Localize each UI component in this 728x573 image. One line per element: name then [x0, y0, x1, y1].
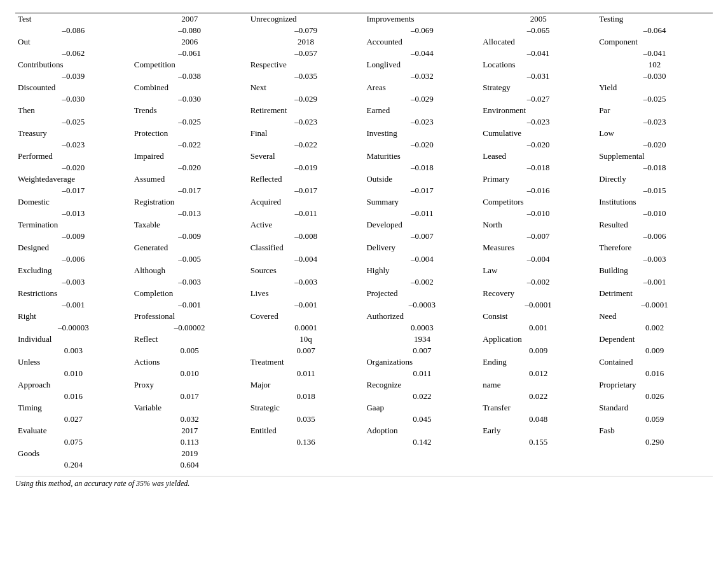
table-cell: –0.079	[248, 25, 364, 36]
table-cell: Then	[15, 105, 132, 116]
table-cell: Test	[15, 13, 132, 25]
table-cell: –0.006	[15, 253, 132, 265]
table-cell: –0.018	[364, 162, 480, 173]
table-cell: 0.290	[596, 436, 713, 448]
table-row: –0.025–0.025–0.023–0.023–0.023–0.023	[15, 116, 713, 128]
table-cell: –0.027	[480, 93, 596, 105]
table-row: TerminationTaxableActiveDevelopedNorthRe…	[15, 219, 713, 231]
table-cell: 0.136	[248, 436, 364, 448]
table-row: –0.023–0.022–0.022–0.020–0.020–0.020	[15, 139, 713, 151]
table-cell: –0.025	[596, 93, 713, 105]
table-cell: –0.029	[364, 93, 480, 105]
table-cell: Performed	[15, 151, 132, 162]
table-cell: –0.041	[480, 48, 596, 59]
table-cell: 0.022	[364, 391, 480, 402]
table-row: 0.0750.1130.1360.1420.1550.290	[15, 436, 713, 448]
table-cell: Organizations	[364, 356, 480, 368]
table-cell: 0.0003	[364, 322, 480, 334]
table-cell: –0.001	[596, 276, 713, 288]
table-cell: Supplemental	[596, 151, 713, 162]
table-cell: 0.059	[596, 414, 713, 425]
table-cell: Standard	[596, 402, 713, 414]
table-row: DomesticRegistrationAcquiredSummaryCompe…	[15, 196, 713, 208]
table-cell: Dependent	[596, 334, 713, 345]
table-cell: 0.007	[364, 345, 480, 356]
table-row: –0.086–0.080–0.079–0.069–0.065–0.064	[15, 25, 713, 36]
table-cell: –0.031	[480, 71, 596, 82]
table-cell: –0.018	[480, 162, 596, 173]
table-cell: –0.010	[596, 208, 713, 219]
table-cell: –0.017	[248, 185, 364, 196]
table-cell: –0.0001	[596, 299, 713, 311]
table-cell: Next	[248, 82, 364, 93]
table-row: –0.009–0.009–0.008–0.007–0.007–0.006	[15, 231, 713, 242]
table-cell: Testing	[596, 13, 713, 25]
table-cell: 0.048	[480, 414, 596, 425]
table-cell: 0.113	[132, 436, 248, 448]
table-row: RightProfessionalCoveredAuthorizedConsis…	[15, 311, 713, 322]
table-cell: 0.0001	[248, 322, 364, 334]
table-cell: –0.007	[480, 231, 596, 242]
table-row: ThenTrendsRetirementEarnedEnvironmentPar	[15, 105, 713, 116]
table-cell: –0.009	[132, 231, 248, 242]
table-cell: Directly	[596, 173, 713, 185]
table-cell: 0.010	[132, 368, 248, 379]
table-cell: –0.007	[364, 231, 480, 242]
table-row: –0.062–0.061–0.057–0.044–0.041–0.041	[15, 48, 713, 59]
table-cell: –0.005	[132, 253, 248, 265]
table-cell: 2007	[132, 13, 248, 25]
table-cell: –0.011	[364, 208, 480, 219]
table-cell: Generated	[132, 242, 248, 253]
table-cell: 0.075	[15, 436, 132, 448]
table-row: –0.006–0.005–0.004–0.004–0.004–0.003	[15, 253, 713, 265]
table-cell: Leased	[480, 151, 596, 162]
table-cell: Measures	[480, 242, 596, 253]
table-cell: –0.003	[248, 276, 364, 288]
table-cell: 0.045	[364, 414, 480, 425]
table-cell: Protection	[132, 128, 248, 139]
table-cell: Locations	[480, 59, 596, 71]
table-row: TreasuryProtectionFinalInvestingCumulati…	[15, 128, 713, 139]
table-cell: Strategic	[248, 402, 364, 414]
footer-note: Using this method, an accuracy rate of 3…	[15, 476, 713, 489]
table-cell: 0.022	[480, 391, 596, 402]
table-cell: Earned	[364, 105, 480, 116]
table-cell: Environment	[480, 105, 596, 116]
table-cell: Maturities	[364, 151, 480, 162]
table-cell: Gaap	[364, 402, 480, 414]
table-cell: –0.025	[15, 116, 132, 128]
table-cell: –0.080	[132, 25, 248, 36]
table-row: RestrictionsCompletionLivesProjectedReco…	[15, 288, 713, 299]
table-cell	[596, 459, 713, 471]
table-cell: –0.029	[248, 93, 364, 105]
table-cell: Investing	[364, 128, 480, 139]
table-cell: Individual	[15, 334, 132, 345]
table-cell: Treatment	[248, 356, 364, 368]
table-cell: name	[480, 379, 596, 391]
table-cell: Taxable	[132, 219, 248, 231]
table-cell	[364, 448, 480, 459]
table-row: UnlessActionsTreatmentOrganizationsEndin…	[15, 356, 713, 368]
table-cell: Fasb	[596, 425, 713, 436]
table-row: –0.039–0.038–0.035–0.032–0.031–0.030	[15, 71, 713, 82]
table-row: –0.017–0.017–0.017–0.017–0.016–0.015	[15, 185, 713, 196]
table-cell: Designed	[15, 242, 132, 253]
table-cell: –0.038	[132, 71, 248, 82]
table-cell: Highly	[364, 265, 480, 276]
table-cell: Accounted	[364, 36, 480, 48]
table-cell: –0.023	[364, 116, 480, 128]
table-cell: Longlived	[364, 59, 480, 71]
table-cell: Building	[596, 265, 713, 276]
table-cell: –0.020	[364, 139, 480, 151]
table-cell: –0.020	[596, 139, 713, 151]
table-cell: 0.155	[480, 436, 596, 448]
table-cell: Major	[248, 379, 364, 391]
table-cell: Active	[248, 219, 364, 231]
table-cell: –0.004	[480, 253, 596, 265]
table-cell: 0.011	[364, 368, 480, 379]
table-cell	[364, 459, 480, 471]
table-cell: Low	[596, 128, 713, 139]
table-row: 0.0030.0050.0070.0070.0090.009	[15, 345, 713, 356]
table-cell: Excluding	[15, 265, 132, 276]
table-cell: –0.023	[596, 116, 713, 128]
